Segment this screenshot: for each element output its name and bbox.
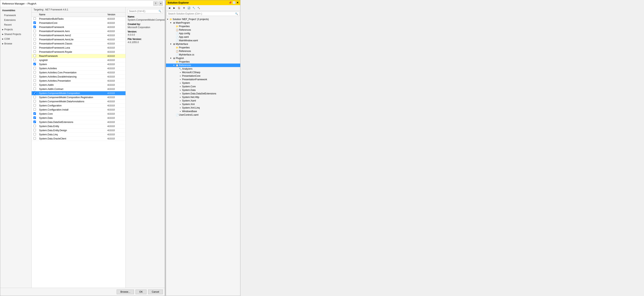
row-checkbox[interactable] bbox=[34, 75, 36, 78]
se-search-bar[interactable]: 🔍 bbox=[167, 12, 240, 16]
row-checkbox-cell[interactable] bbox=[32, 95, 38, 99]
table-row[interactable]: System.ComponentModel.Composition4.0.0.0 bbox=[32, 91, 126, 95]
row-checkbox[interactable] bbox=[34, 92, 36, 94]
tree-item[interactable]: 📁Properties bbox=[166, 25, 240, 28]
sol-expand[interactable]: ▼ bbox=[167, 18, 169, 20]
tree-item[interactable]: ▪System.Xml bbox=[166, 102, 240, 106]
row-checkbox-cell[interactable] bbox=[32, 99, 38, 104]
tree-item[interactable]: 🔧Analyzers bbox=[166, 67, 240, 71]
row-checkbox-cell[interactable] bbox=[32, 120, 38, 124]
row-checkbox[interactable] bbox=[34, 17, 36, 20]
row-checkbox[interactable] bbox=[34, 42, 36, 45]
table-row[interactable]: System.Configuration4.0.0.0 bbox=[32, 104, 126, 108]
table-row[interactable]: PresentationFramework.Aero24.0.0.0 bbox=[32, 34, 126, 38]
tree-item[interactable]: ▪System.Xaml bbox=[166, 99, 240, 102]
table-row[interactable]: PresentationFramework.Royale4.0.0.0 bbox=[32, 50, 126, 54]
cancel-button[interactable]: Cancel bbox=[148, 289, 163, 294]
row-checkbox[interactable] bbox=[34, 67, 36, 69]
row-checkbox[interactable] bbox=[34, 87, 36, 90]
tree-expand-btn[interactable]: ▼ bbox=[170, 57, 172, 59]
se-tools-button[interactable]: 🔨 bbox=[196, 6, 201, 10]
table-row[interactable]: System.Data.Entity4.0.0.0 bbox=[32, 124, 126, 128]
table-row[interactable]: System.Data.DataSetExtensions4.0.0.0 bbox=[32, 120, 126, 124]
table-row[interactable]: PresentationFramework.Luna4.0.0.0 bbox=[32, 46, 126, 50]
row-checkbox-cell[interactable] bbox=[32, 83, 38, 87]
row-checkbox[interactable] bbox=[34, 125, 36, 127]
tree-expand-btn[interactable]: ▼ bbox=[170, 43, 172, 45]
se-settings-button[interactable]: ⚙ bbox=[182, 6, 186, 10]
sidebar-item-recent[interactable]: Recent bbox=[0, 23, 32, 27]
table-row[interactable]: System.AddIn4.0.0.0 bbox=[32, 83, 126, 87]
row-checkbox[interactable] bbox=[34, 129, 36, 131]
table-row[interactable]: System.ComponentModel.Composition.Regist… bbox=[32, 95, 126, 99]
sidebar-group-projects[interactable]: ▶ Projects bbox=[0, 27, 32, 32]
tree-expand-btn[interactable]: ▼ bbox=[170, 22, 172, 24]
row-checkbox[interactable] bbox=[34, 26, 36, 28]
row-checkbox-cell[interactable] bbox=[32, 50, 38, 54]
row-checkbox[interactable] bbox=[34, 116, 36, 119]
table-row[interactable]: sysglobl4.0.0.0 bbox=[32, 58, 126, 62]
table-row[interactable]: System4.0.0.0 bbox=[32, 62, 126, 66]
row-checkbox[interactable] bbox=[34, 63, 36, 65]
row-checkbox-cell[interactable] bbox=[32, 104, 38, 108]
row-checkbox-cell[interactable] bbox=[32, 137, 38, 141]
row-checkbox[interactable] bbox=[34, 59, 36, 61]
se-float-icon[interactable]: ⬜ bbox=[232, 1, 236, 4]
tree-item[interactable]: ▪System.Net.Http bbox=[166, 95, 240, 99]
ok-button[interactable]: OK bbox=[136, 289, 146, 294]
tree-item[interactable]: ▪Microsoft.CSharp bbox=[166, 71, 240, 74]
table-row[interactable]: System.Configuration.Install4.0.0.0 bbox=[32, 108, 126, 112]
row-checkbox[interactable] bbox=[34, 100, 36, 102]
table-row[interactable]: ReachFramework4.0.0.0 bbox=[32, 54, 126, 58]
table-row[interactable]: System.ComponentModel.DataAnnotations4.0… bbox=[32, 99, 126, 104]
tree-item[interactable]: 📄MyInterface.cs bbox=[166, 53, 240, 56]
tree-item[interactable]: ▪WindowsBase bbox=[166, 109, 240, 113]
row-checkbox[interactable] bbox=[34, 50, 36, 53]
table-row[interactable]: System.Activities.Core.Presentation4.0.0… bbox=[32, 71, 126, 75]
se-search-input[interactable] bbox=[168, 12, 235, 15]
table-row[interactable]: PresentationBuildTasks4.0.0.0 bbox=[32, 17, 126, 21]
row-checkbox-cell[interactable] bbox=[32, 34, 38, 38]
tree-item[interactable]: 📄App.config bbox=[166, 32, 240, 35]
se-back-button[interactable]: ◀ bbox=[167, 6, 172, 10]
tree-item[interactable]: 📋References bbox=[166, 49, 240, 53]
search-input[interactable] bbox=[129, 10, 158, 13]
row-checkbox-cell[interactable] bbox=[32, 29, 38, 34]
row-checkbox[interactable] bbox=[34, 30, 36, 32]
table-row[interactable]: PresentationCore4.0.0.0 bbox=[32, 21, 126, 25]
tree-item[interactable]: 📄MainWindow.xaml bbox=[166, 39, 240, 42]
se-home-button[interactable]: 🏠 bbox=[177, 6, 181, 10]
table-row[interactable]: PresentationFramework4.0.0.0 bbox=[32, 25, 126, 29]
row-checkbox-cell[interactable] bbox=[32, 46, 38, 50]
row-checkbox-cell[interactable] bbox=[32, 91, 38, 95]
tree-item[interactable]: ▪System.Core bbox=[166, 85, 240, 88]
se-properties-button[interactable]: 🔧 bbox=[192, 6, 196, 10]
row-checkbox-cell[interactable] bbox=[32, 54, 38, 58]
sidebar-item-framework[interactable]: Framework bbox=[0, 13, 32, 18]
row-checkbox-cell[interactable] bbox=[32, 66, 38, 71]
row-checkbox[interactable] bbox=[34, 137, 36, 140]
tree-item[interactable]: ▪PresentationFramework bbox=[166, 78, 240, 81]
row-checkbox-cell[interactable] bbox=[32, 62, 38, 66]
table-row[interactable]: System.Activities.Presentation4.0.0.0 bbox=[32, 79, 126, 83]
table-row[interactable]: PresentationFramework.Aero4.0.0.0 bbox=[32, 29, 126, 34]
row-checkbox[interactable] bbox=[34, 104, 36, 107]
row-checkbox[interactable] bbox=[34, 120, 36, 123]
table-row[interactable]: System.AddIn.Contract4.0.0.0 bbox=[32, 87, 126, 91]
row-checkbox-cell[interactable] bbox=[32, 38, 38, 42]
help-button[interactable]: ? bbox=[154, 1, 158, 6]
row-checkbox-cell[interactable] bbox=[32, 71, 38, 75]
table-container[interactable]: Name Version PresentationBuildTasks4.0.0… bbox=[32, 12, 126, 288]
row-checkbox-cell[interactable] bbox=[32, 124, 38, 128]
row-checkbox-cell[interactable] bbox=[32, 17, 38, 21]
row-checkbox-cell[interactable] bbox=[32, 25, 38, 29]
table-row[interactable]: System.Core4.0.0.0 bbox=[32, 112, 126, 116]
tree-item[interactable]: ▼⊞PluginA bbox=[166, 56, 240, 60]
table-row[interactable]: PresentationFramework.Classic4.0.0.0 bbox=[32, 42, 126, 46]
solution-root[interactable]: ▼📁Solution 'MEF_Project' (3 projects) bbox=[166, 18, 240, 21]
table-row[interactable]: System.Data.Entity.Design4.0.0.0 bbox=[32, 128, 126, 132]
sidebar-group-shared-projects[interactable]: ▶ Shared Projects bbox=[0, 32, 32, 37]
sidebar-group-com[interactable]: ▶ COM bbox=[0, 37, 32, 41]
tree-item[interactable]: ▼📋References bbox=[166, 64, 240, 67]
tree-item[interactable]: 📄App.xaml bbox=[166, 35, 240, 39]
